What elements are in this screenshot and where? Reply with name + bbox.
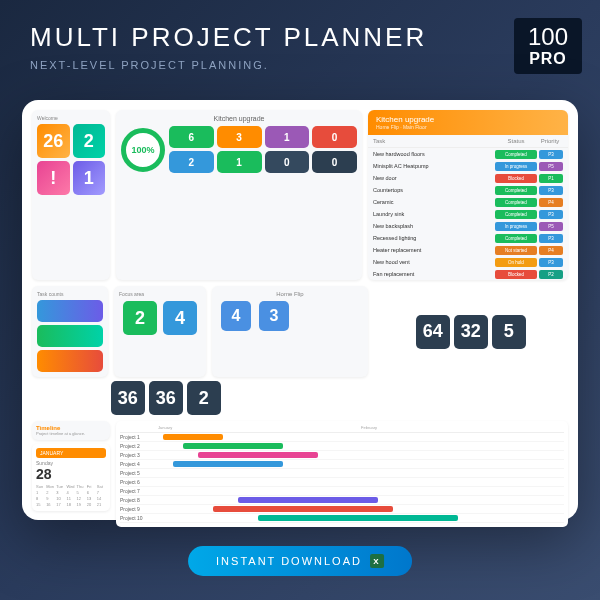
calendar-day-header: Thu — [77, 484, 86, 489]
calendar-cell[interactable]: 17 — [56, 502, 65, 507]
task-count-card: Task counts — [32, 286, 108, 377]
calendar-cell[interactable]: 20 — [87, 502, 96, 507]
calendar-cell[interactable]: 18 — [66, 502, 75, 507]
app-screen: Welcome 262!1 Kitchen upgrade 100% 63102… — [22, 100, 578, 520]
calendar-cell[interactable]: 2 — [46, 490, 55, 495]
col-priority: Priority — [537, 138, 563, 144]
focus-tile[interactable]: 2 — [123, 301, 157, 335]
col-status: Status — [495, 138, 537, 144]
calendar-cell[interactable]: 21 — [97, 502, 106, 507]
task-table-header: Kitchen upgrade Home Flip · Main Floor — [368, 110, 568, 135]
calendar-cell[interactable]: 3 — [56, 490, 65, 495]
calendar-cell[interactable]: 4 — [66, 490, 75, 495]
task-count-tile[interactable] — [37, 300, 103, 322]
table-row[interactable]: CeramicCompletedP4 — [368, 196, 568, 208]
calendar-cell[interactable]: 19 — [77, 502, 86, 507]
summary-tile[interactable]: 2 — [187, 381, 221, 415]
task-table-title: Kitchen upgrade — [376, 115, 560, 124]
welcome-tile[interactable]: 1 — [73, 161, 106, 195]
table-row[interactable]: Heater replacementNot startedP4 — [368, 244, 568, 256]
calendar-cell[interactable]: 10 — [56, 496, 65, 501]
kitchen-card: Kitchen upgrade 100% 63102100 — [116, 110, 362, 280]
kitchen-stat-tile[interactable]: 3 — [217, 126, 262, 148]
gantt-header: January February — [120, 425, 564, 433]
excel-icon: X — [370, 554, 384, 568]
welcome-tile[interactable]: 2 — [73, 124, 106, 158]
calendar-day-header: Sat — [97, 484, 106, 489]
pro-badge: 100 PRO — [514, 18, 582, 74]
calendar-card: JANUARY Sunday 28 SunMonTueWedThuFriSat1… — [32, 444, 110, 511]
progress-ring: 100% — [121, 128, 165, 172]
welcome-card: Welcome 262!1 — [32, 110, 110, 280]
table-row[interactable]: New hood ventOn holdP3 — [368, 256, 568, 268]
table-row[interactable]: New hardwood floorsCompletedP3 — [368, 148, 568, 160]
welcome-label: Welcome — [37, 115, 105, 121]
task-table-columns: Task Status Priority — [368, 135, 568, 148]
homeflip-card: Home Flip 43 — [212, 286, 368, 377]
calendar-cell[interactable]: 12 — [77, 496, 86, 501]
calendar-cell[interactable]: 13 — [87, 496, 96, 501]
calendar-cell[interactable]: 15 — [36, 502, 45, 507]
table-row[interactable]: New doorBlockedP1 — [368, 172, 568, 184]
timeline-sub: Project timeline at a glance. — [36, 431, 106, 436]
gantt-row[interactable]: Project 8 — [120, 496, 564, 505]
kitchen-stat-tile[interactable]: 0 — [312, 126, 357, 148]
calendar-day-header: Mon — [46, 484, 55, 489]
kitchen-stat-tile[interactable]: 1 — [217, 151, 262, 173]
calendar-month: JANUARY — [36, 448, 106, 458]
calendar-day-header: Tue — [56, 484, 65, 489]
task-count-tile[interactable] — [37, 350, 103, 372]
kitchen-stat-tile[interactable]: 0 — [312, 151, 357, 173]
table-row[interactable]: Fan replacementBlockedP2 — [368, 268, 568, 280]
col-task: Task — [373, 138, 495, 144]
download-button[interactable]: INSTANT DOWNLOAD X — [188, 546, 412, 576]
calendar-cell[interactable]: 9 — [46, 496, 55, 501]
task-table-sub: Home Flip · Main Floor — [376, 124, 560, 130]
calendar-day-header: Wed — [66, 484, 75, 489]
calendar-cell[interactable]: 6 — [87, 490, 96, 495]
welcome-tile[interactable]: 26 — [37, 124, 70, 158]
calendar-date: 28 — [36, 466, 106, 482]
calendar-cell[interactable]: 14 — [97, 496, 106, 501]
kitchen-stat-tile[interactable]: 0 — [265, 151, 310, 173]
gantt-row[interactable]: Project 7 — [120, 487, 564, 496]
calendar-day-header: Sun — [36, 484, 45, 489]
task-count-label: Task counts — [37, 291, 103, 297]
gantt-row[interactable]: Project 3 — [120, 451, 564, 460]
gantt-row[interactable]: Project 4 — [120, 460, 564, 469]
gantt-row[interactable]: Project 6 — [120, 478, 564, 487]
table-row[interactable]: Laundry sinkCompletedP3 — [368, 208, 568, 220]
summary-tile[interactable]: 5 — [492, 315, 526, 349]
table-row[interactable]: Minisplit AC HeatpumpIn progressP5 — [368, 160, 568, 172]
calendar-cell[interactable]: 8 — [36, 496, 45, 501]
calendar-cell[interactable]: 11 — [66, 496, 75, 501]
summary-tile[interactable]: 36 — [111, 381, 145, 415]
calendar-cell[interactable]: 1 — [36, 490, 45, 495]
gantt-row[interactable]: Project 2 — [120, 442, 564, 451]
task-table-card: Kitchen upgrade Home Flip · Main Floor T… — [368, 110, 568, 280]
gantt-row[interactable]: Project 9 — [120, 505, 564, 514]
calendar-cell[interactable]: 16 — [46, 502, 55, 507]
gantt-row[interactable]: Project 10 — [120, 514, 564, 523]
summary-tile[interactable]: 64 — [416, 315, 450, 349]
task-count-tile[interactable] — [37, 325, 103, 347]
kitchen-title: Kitchen upgrade — [121, 115, 357, 122]
calendar-day-header: Fri — [87, 484, 96, 489]
gantt-row[interactable]: Project 1 — [120, 433, 564, 442]
table-row[interactable]: Recessed lightingCompletedP3 — [368, 232, 568, 244]
badge-tag: PRO — [528, 50, 568, 68]
homeflip-stat: 3 — [259, 301, 289, 333]
summary-tile[interactable]: 32 — [454, 315, 488, 349]
kitchen-stat-tile[interactable]: 2 — [169, 151, 214, 173]
table-row[interactable]: CountertopsCompletedP3 — [368, 184, 568, 196]
kitchen-stat-tile[interactable]: 6 — [169, 126, 214, 148]
summary-tile[interactable]: 36 — [149, 381, 183, 415]
focus-card: Focus area 24 — [114, 286, 206, 377]
table-row[interactable]: New backsplashIn progressP5 — [368, 220, 568, 232]
focus-tile[interactable]: 4 — [163, 301, 197, 335]
calendar-cell[interactable]: 7 — [97, 490, 106, 495]
kitchen-stat-tile[interactable]: 1 — [265, 126, 310, 148]
calendar-cell[interactable]: 5 — [77, 490, 86, 495]
gantt-row[interactable]: Project 5 — [120, 469, 564, 478]
welcome-tile[interactable]: ! — [37, 161, 70, 195]
